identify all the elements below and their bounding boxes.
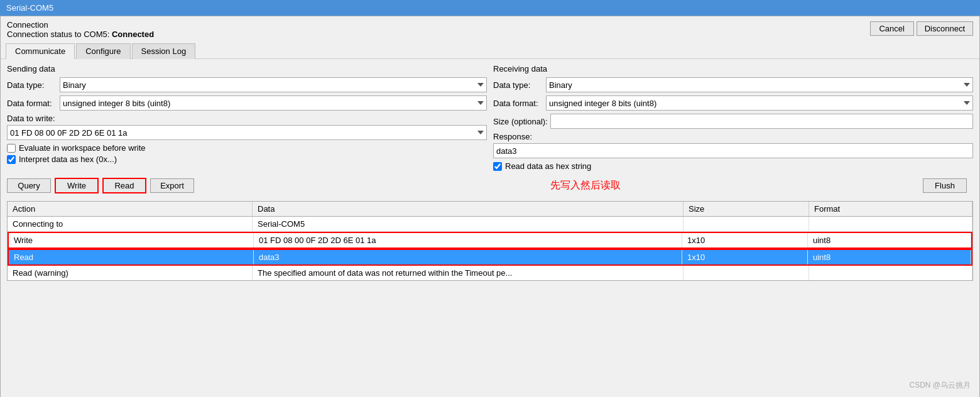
row3-data: The specified amount of data was not ret… <box>253 266 683 280</box>
size-row: Size (optional): <box>493 114 973 129</box>
connection-title: Connection <box>7 20 154 30</box>
table-header-format: Format <box>809 202 972 216</box>
receiving-data-format-label: Data format: <box>493 99 543 108</box>
tab-communicate[interactable]: Communicate <box>6 43 75 59</box>
row3-size <box>683 266 809 280</box>
sending-data-format-label: Data format: <box>7 99 57 108</box>
tab-configure[interactable]: Configure <box>76 43 130 59</box>
main-window: Connection Connection status to COM5: Co… <box>0 16 980 397</box>
connection-status: Connection status to COM5: Connected <box>7 30 154 39</box>
data-to-write-input[interactable]: 01 FD 08 00 0F 2D 2D 6E 01 1a <box>7 125 487 140</box>
row1-data: 01 FD 08 00 0F 2D 2D 6E 01 1a <box>254 233 682 247</box>
response-section: Response: <box>493 132 973 141</box>
sending-data-format-select[interactable]: unsigned integer 8 bits (uint8) <box>60 95 487 111</box>
response-value-row <box>493 143 973 158</box>
buttons-row-wrapper: Query Write Read Export 先写入然后读取 Flush <box>7 173 973 198</box>
two-column-layout: Sending data Data type: Binary Data form… <box>7 64 973 173</box>
table-row: Write 01 FD 08 00 0F 2D 2D 6E 01 1a 1x10… <box>8 232 972 249</box>
evaluate-checkbox[interactable] <box>7 144 16 153</box>
table-row: Read data3 1x10 uint8 <box>8 249 972 266</box>
title-bar-text: Serial-COM5 <box>6 3 53 13</box>
header-section: Connection Connection status to COM5: Co… <box>1 16 979 43</box>
row2-data: data3 <box>254 250 682 264</box>
receiving-data-type-label: Data type: <box>493 80 543 90</box>
row2-action: Read <box>9 250 254 264</box>
row3-format <box>809 266 972 280</box>
table-header-size: Size <box>683 202 809 216</box>
disconnect-button[interactable]: Disconnect <box>917 21 973 36</box>
row2-format: uint8 <box>808 250 971 264</box>
data-to-write-row: Data to write: 01 FD 08 00 0F 2D 2D 6E 0… <box>7 114 487 140</box>
export-button[interactable]: Export <box>150 178 194 193</box>
table-row: Connecting to Serial-COM5 <box>8 217 972 232</box>
header-left: Connection Connection status to COM5: Co… <box>7 20 154 39</box>
sending-data-panel: Sending data Data type: Binary Data form… <box>7 64 487 173</box>
table-header-action: Action <box>8 202 253 216</box>
receiving-data-format-select[interactable]: unsigned integer 8 bits (uint8) <box>546 95 973 111</box>
sending-data-title: Sending data <box>7 64 487 73</box>
header-buttons: Cancel Disconnect <box>870 20 973 36</box>
receiving-data-type-select[interactable]: Binary <box>546 77 973 92</box>
table-header-row: Action Data Size Format <box>8 202 972 217</box>
watermark: CSDN @乌云挑月 <box>909 380 971 391</box>
data-to-write-label: Data to write: <box>7 114 487 123</box>
receiving-data-type-row: Data type: Binary <box>493 77 973 92</box>
read-hex-checkbox[interactable] <box>493 162 502 171</box>
row1-size: 1x10 <box>682 233 808 247</box>
write-button[interactable]: Write <box>55 178 99 193</box>
row1-action: Write <box>9 233 254 247</box>
flush-button[interactable]: Flush <box>923 178 967 193</box>
read-button[interactable]: Read <box>102 178 146 193</box>
interpret-label: Interpret data as hex (0x...) <box>19 155 117 164</box>
row2-size: 1x10 <box>682 250 808 264</box>
size-label: Size (optional): <box>493 117 548 126</box>
receiving-data-panel: Receiving data Data type: Binary Data fo… <box>493 64 973 173</box>
interpret-checkbox-row: Interpret data as hex (0x...) <box>7 155 487 164</box>
response-label: Response: <box>493 132 532 141</box>
annotation-text: 先写入然后读取 <box>198 179 973 192</box>
tab-session-log[interactable]: Session Log <box>132 43 196 59</box>
sending-data-format-row: Data format: unsigned integer 8 bits (ui… <box>7 95 487 111</box>
read-hex-label: Read data as hex string <box>505 161 591 171</box>
table-row: Read (warning) The specified amount of d… <box>8 266 972 280</box>
read-hex-checkbox-row: Read data as hex string <box>493 161 973 171</box>
query-button[interactable]: Query <box>7 178 51 193</box>
row0-size <box>683 217 809 231</box>
interpret-checkbox[interactable] <box>7 155 16 164</box>
table-header-data: Data <box>253 202 683 216</box>
flush-wrapper: Flush <box>923 178 967 193</box>
row0-format <box>809 217 972 231</box>
sending-data-type-select[interactable]: Binary <box>60 77 487 92</box>
row1-format: uint8 <box>808 233 971 247</box>
cancel-button[interactable]: Cancel <box>870 21 914 36</box>
response-input[interactable] <box>493 143 973 158</box>
evaluate-label: Evaluate in workspace before write <box>19 143 146 153</box>
title-bar: Serial-COM5 <box>0 0 980 16</box>
receiving-data-title: Receiving data <box>493 64 973 73</box>
row0-data: Serial-COM5 <box>253 217 683 231</box>
evaluate-checkbox-row: Evaluate in workspace before write <box>7 143 487 153</box>
size-input[interactable] <box>550 114 973 129</box>
action-table: Action Data Size Format Connecting to Se… <box>7 201 973 281</box>
row0-action: Connecting to <box>8 217 253 231</box>
tabs-bar: Communicate Configure Session Log <box>1 43 979 59</box>
row3-action: Read (warning) <box>8 266 253 280</box>
center-buttons: Query Write Read Export 先写入然后读取 <box>7 178 973 193</box>
sending-data-type-row: Data type: Binary <box>7 77 487 92</box>
sending-data-type-label: Data type: <box>7 80 57 90</box>
receiving-data-format-row: Data format: unsigned integer 8 bits (ui… <box>493 95 973 111</box>
content-area: Sending data Data type: Binary Data form… <box>1 59 979 286</box>
